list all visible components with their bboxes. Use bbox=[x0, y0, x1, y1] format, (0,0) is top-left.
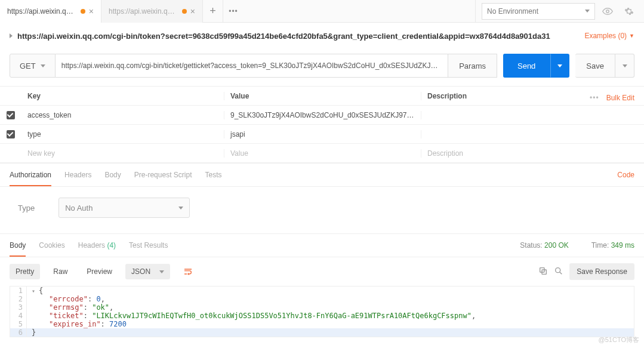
tab-request-1[interactable]: https://api.weixin.qq… bbox=[0, 0, 101, 23]
tab-request-2[interactable]: https://api.weixin.qq… bbox=[101, 0, 203, 23]
tab-tests[interactable]: Tests bbox=[205, 171, 221, 179]
param-key-new[interactable]: New key bbox=[21, 149, 224, 158]
param-description-new[interactable]: Description bbox=[421, 149, 644, 158]
param-key[interactable]: access_token bbox=[21, 111, 224, 119]
table-row[interactable]: type jsapi bbox=[0, 125, 644, 144]
http-method-select[interactable]: GET bbox=[10, 54, 56, 78]
add-tab-button[interactable]: + bbox=[203, 0, 223, 23]
environment-select[interactable]: No Environment bbox=[482, 3, 595, 20]
chevron-down-icon bbox=[41, 64, 45, 67]
code-link[interactable]: Code bbox=[617, 171, 634, 179]
svg-point-3 bbox=[556, 267, 560, 272]
eye-icon[interactable] bbox=[599, 3, 617, 20]
unsaved-dot-icon bbox=[81, 9, 85, 14]
chevron-down-icon bbox=[585, 10, 590, 13]
table-row[interactable]: access_token 9_SLK30oJTz9jX4AOIbwS2dCoHU… bbox=[0, 106, 644, 125]
send-button[interactable]: Send bbox=[503, 54, 550, 78]
wrap-icon[interactable] bbox=[177, 263, 199, 280]
resp-tab-body[interactable]: Body bbox=[10, 241, 26, 250]
save-button[interactable]: Save bbox=[575, 54, 615, 78]
examples-dropdown[interactable]: Examples (0) ▼ bbox=[584, 32, 634, 40]
copy-icon[interactable] bbox=[538, 266, 548, 278]
checkbox-icon[interactable] bbox=[7, 130, 15, 138]
tab-authorization[interactable]: Authorization bbox=[10, 171, 51, 179]
close-icon[interactable] bbox=[190, 7, 195, 16]
checkbox-icon[interactable] bbox=[7, 111, 15, 119]
send-dropdown[interactable] bbox=[550, 54, 569, 78]
col-value: Value bbox=[224, 92, 421, 100]
params-button[interactable]: Params bbox=[448, 54, 497, 78]
svg-point-0 bbox=[606, 10, 609, 13]
resp-tab-cookies[interactable]: Cookies bbox=[39, 241, 64, 250]
auth-type-select[interactable]: No Auth bbox=[58, 198, 190, 218]
environment-value: No Environment bbox=[487, 7, 538, 16]
param-key[interactable]: type bbox=[21, 130, 224, 138]
params-table: Key Value Description ••• Bulk Edit acce… bbox=[0, 86, 644, 163]
response-time: Time: 349 ms bbox=[591, 241, 634, 250]
param-value[interactable]: 9_SLK30oJTz9jX4AOIbwS2dCoHU_d0xSESJUdZKJ… bbox=[224, 111, 421, 119]
param-value[interactable]: jsapi bbox=[224, 130, 421, 138]
table-row-new[interactable]: New key Value Description bbox=[0, 144, 644, 163]
save-dropdown[interactable] bbox=[615, 54, 634, 78]
tab-headers[interactable]: Headers bbox=[64, 171, 91, 179]
auth-type-label: Type bbox=[18, 204, 35, 213]
svg-line-4 bbox=[560, 272, 562, 274]
save-response-button[interactable]: Save Response bbox=[569, 263, 634, 280]
col-key: Key bbox=[21, 92, 224, 100]
unsaved-dot-icon bbox=[182, 9, 187, 14]
bulk-edit-link[interactable]: Bulk Edit bbox=[606, 94, 634, 102]
close-icon[interactable] bbox=[89, 7, 94, 16]
tab-overflow-button[interactable]: ••• bbox=[223, 0, 244, 23]
request-title: https://api.weixin.qq.com/cgi-bin/token?… bbox=[17, 32, 584, 41]
watermark: @51CTO博客 bbox=[599, 335, 639, 344]
search-icon[interactable] bbox=[554, 266, 563, 278]
view-preview[interactable]: Preview bbox=[81, 264, 118, 279]
url-input[interactable]: https://api.weixin.qq.com/cgi-bin/ticket… bbox=[56, 54, 448, 78]
view-raw[interactable]: Raw bbox=[47, 264, 73, 279]
resp-tab-tests[interactable]: Test Results bbox=[129, 241, 168, 250]
resp-tab-headers[interactable]: Headers (4) bbox=[78, 241, 116, 250]
tab-label: https://api.weixin.qq… bbox=[7, 7, 77, 16]
response-body[interactable]: 1▾{ 2 "errcode": 0, 3 "errmsg": "ok", 4 … bbox=[10, 286, 634, 337]
param-value-new[interactable]: Value bbox=[224, 149, 421, 158]
tab-label: https://api.weixin.qq… bbox=[109, 7, 178, 16]
view-pretty[interactable]: Pretty bbox=[10, 264, 40, 279]
chevron-down-icon bbox=[178, 207, 183, 210]
tab-body[interactable]: Body bbox=[104, 171, 121, 179]
tab-prerequest[interactable]: Pre-request Script bbox=[134, 171, 192, 179]
format-select[interactable]: JSON bbox=[125, 264, 170, 279]
kebab-icon[interactable]: ••• bbox=[590, 94, 599, 102]
gear-icon[interactable] bbox=[620, 3, 638, 20]
response-status: Status: 200 OK bbox=[520, 241, 568, 250]
caret-right-icon[interactable] bbox=[10, 33, 13, 38]
